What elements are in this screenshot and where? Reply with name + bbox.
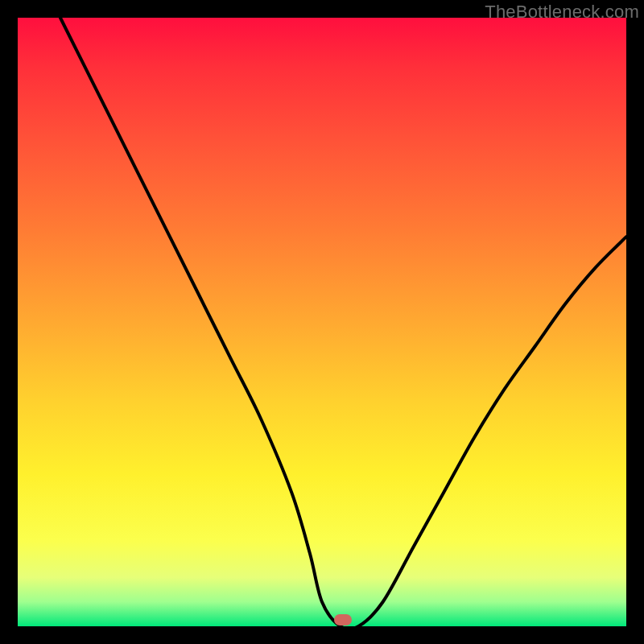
chart-frame: TheBottleneck.com [0, 0, 644, 644]
bottleneck-curve [18, 18, 626, 626]
plot-area [18, 18, 626, 626]
optimal-marker [334, 614, 352, 625]
